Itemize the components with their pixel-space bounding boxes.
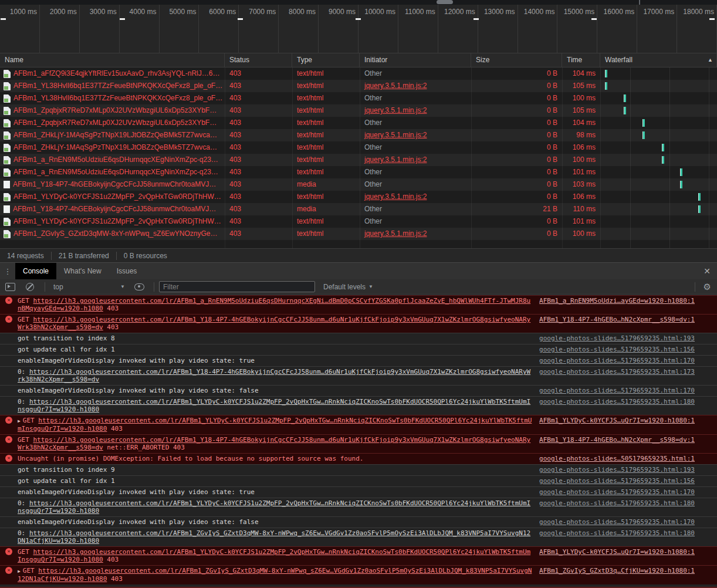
- network-request-row[interactable]: AFBm1_Y18-4P7-4hGEBokyijnCgcCFcJJ58unmwC…: [0, 203, 717, 215]
- column-separator[interactable]: [471, 67, 472, 248]
- message-url-link[interactable]: https://lh3.googleusercontent.com/lr/AFB…: [18, 436, 530, 451]
- initiator-link[interactable]: jquery.3.5.1.min.js:2: [364, 156, 427, 164]
- message-source-link[interactable]: AFBm1_YLYDyC-k0YCFJS…uQr7I=w1920-h1080:1: [532, 548, 717, 556]
- column-separator[interactable]: [225, 67, 225, 248]
- message-text: GET https://lh3.googleusercontent.com/lr…: [18, 297, 532, 312]
- overview-scrubber-handle[interactable]: [437, 0, 453, 4]
- request-initiator: jquery.3.5.1.min.js:2: [360, 104, 471, 117]
- message-status-suffix: 403: [103, 305, 119, 312]
- message-url-link[interactable]: https://lh3.googleusercontent.com/lr/AFB…: [18, 368, 530, 383]
- message-source-link[interactable]: AFBm1_YLYDyC-k0YCFJS…uQr7I=w1920-h1080:1: [532, 417, 717, 424]
- column-header-status[interactable]: Status: [225, 53, 292, 67]
- message-source-link[interactable]: AFBm1_a_RnEN9M5oUdzi…ayGEd=w1920-h1080:1: [532, 297, 717, 305]
- waterfall-bar: [624, 107, 626, 114]
- live-expression-eye-icon[interactable]: [134, 283, 144, 290]
- column-separator[interactable]: [600, 67, 601, 248]
- initiator-link[interactable]: jquery.3.5.1.min.js:2: [364, 229, 427, 238]
- network-request-row[interactable]: AFBm1_Y18-4P7-4hGEBokyijnCgcCFcJJ58unmwC…: [0, 178, 717, 191]
- request-type: text/html: [292, 191, 360, 203]
- column-header-size[interactable]: Size: [471, 53, 562, 67]
- column-separator[interactable]: [360, 67, 360, 248]
- column-separator[interactable]: [292, 67, 293, 248]
- initiator-link[interactable]: jquery.3.5.1.min.js:2: [364, 82, 427, 90]
- request-size: 0 B: [471, 166, 562, 178]
- message-url-link[interactable]: https://lh3.googleusercontent.com/lr/AFB…: [18, 499, 530, 515]
- execution-context-select[interactable]: top ▼: [49, 283, 128, 291]
- initiator-label: Other: [364, 205, 382, 213]
- timeline-ruler[interactable]: 1000 ms2000 ms3000 ms4000 ms5000 ms6000 …: [0, 5, 717, 53]
- message-gutter: ✕: [0, 548, 18, 555]
- network-request-row[interactable]: AFBm1_ZGvIyS_GZxtD3qMW-8xY-nWPwq_sZ6EwYN…: [0, 228, 717, 240]
- expand-triangle-icon[interactable]: ▶: [18, 417, 21, 425]
- message-source-link[interactable]: google-photos-slides…5179659235.html:180: [532, 499, 717, 507]
- initiator-link[interactable]: jquery.3.5.1.min.js:2: [364, 106, 427, 114]
- message-url-link[interactable]: https://lh3.googleusercontent.com/lr/AFB…: [18, 548, 530, 563]
- media-file-icon: [4, 205, 10, 213]
- request-status: 403: [225, 129, 292, 141]
- tab-console[interactable]: Console: [15, 263, 56, 279]
- column-header-time[interactable]: Time: [562, 53, 600, 67]
- waterfall-bar: [624, 94, 626, 102]
- message-url-link[interactable]: https://lh3.googleusercontent.com/lr/AFB…: [18, 316, 530, 331]
- column-header-waterfall[interactable]: Waterfall ▲: [600, 53, 717, 67]
- message-source-link[interactable]: google-photos-slides…5179659235.html:193: [532, 466, 717, 474]
- timeline-label: 7000 ms: [239, 5, 279, 53]
- message-source-link[interactable]: google-photos-slides…5179659235.html:170: [532, 518, 717, 526]
- console-filter-input[interactable]: [159, 281, 315, 292]
- message-url-link[interactable]: https://lh3.googleusercontent.com/lr/AFB…: [18, 567, 532, 583]
- clear-console-icon[interactable]: [26, 283, 34, 291]
- network-request-row[interactable]: AFBm1_ZpqbjxR7ReD7xMLp0XJ2UVzWbzgiUL6xDp…: [0, 104, 717, 117]
- network-request-row[interactable]: AFBm1_ZHkLjY-1MAqSgPzTNpX19LJtOBZzQeBMk5…: [0, 141, 717, 154]
- tab-whats-new[interactable]: What's New: [56, 263, 109, 279]
- network-request-row[interactable]: AFBm1_a_RnEN9M5oUdziuE6qsDHurnqqcXEgNinX…: [0, 154, 717, 166]
- message-source-link[interactable]: google-photos-slides…5179659235.html:170: [532, 488, 717, 496]
- network-request-row[interactable]: AFBm1_YL38HvlI6bq1E37TZzFeueBtNPKQKXcQeF…: [0, 80, 717, 92]
- request-status: 403: [225, 178, 292, 191]
- column-header-type[interactable]: Type: [292, 53, 360, 67]
- network-request-row[interactable]: AFBm1_aFfZQ9i3E4qjkYftRlEv15uxAavD_rhv3A…: [0, 67, 717, 80]
- message-source-link[interactable]: AFBm1_ZGvIyS_GZxtD3q…CfjKU=w1920-h1080:1: [532, 567, 717, 575]
- request-size: 0 B: [471, 104, 562, 117]
- message-source-link[interactable]: google-photos-slides…5179659235.html:180: [532, 398, 717, 405]
- network-request-row[interactable]: AFBm1_YLYDyC-k0YCFJS1u2ZMpFP_2vQpHxTGw0R…: [0, 215, 717, 228]
- column-header-initiator[interactable]: Initiator: [360, 53, 471, 67]
- column-separator[interactable]: [562, 67, 563, 248]
- message-source-link[interactable]: google-photos-slides…5179659235.html:156: [532, 346, 717, 353]
- console-log-message: enableImageOrVideoDisplay invoked with p…: [0, 355, 717, 366]
- network-request-row[interactable]: AFBm1_YL38HvlI6bq1E37TZzFeueBtNPKQKXcQeF…: [0, 92, 717, 104]
- message-source-link[interactable]: google-photos-slides…505179659235.html:1: [532, 455, 717, 462]
- network-request-row[interactable]: AFBm1_ZpqbjxR7ReD7xMLp0XJ2UVzWbzgiUL6xDp…: [0, 117, 717, 129]
- request-size: 0 B: [471, 191, 562, 203]
- tab-issues[interactable]: Issues: [109, 263, 145, 279]
- network-request-row[interactable]: AFBm1_a_RnEN9M5oUdziuE6qsDHurnqqcXEgNinX…: [0, 166, 717, 178]
- network-request-row[interactable]: AFBm1_ZHkLjY-1MAqSgPzTNpX19LJtOBZzQeBMk5…: [0, 129, 717, 141]
- console-sidebar-toggle-icon[interactable]: [5, 283, 15, 291]
- request-status: 403: [225, 92, 292, 104]
- close-icon[interactable]: ✕: [697, 263, 717, 279]
- message-url-link[interactable]: https://lh3.googleusercontent.com/lr/AFB…: [18, 398, 530, 413]
- message-source-link[interactable]: google-photos-slides…5179659235.html:156: [532, 477, 717, 485]
- drawer-menu-icon[interactable]: ⋮: [0, 263, 15, 279]
- request-status: 403: [225, 104, 292, 117]
- toolbar-divider: [154, 282, 154, 292]
- message-source-link[interactable]: google-photos-slides…5179659235.html:173: [532, 368, 717, 376]
- message-source-link[interactable]: google-photos-slides…5179659235.html:170: [532, 357, 717, 364]
- gear-icon[interactable]: ⚙: [704, 282, 711, 292]
- message-url-link[interactable]: https://lh3.googleusercontent.com/lr/AFB…: [18, 529, 530, 545]
- initiator-link[interactable]: jquery.3.5.1.min.js:2: [364, 131, 427, 139]
- message-url-link[interactable]: https://lh3.googleusercontent.com/lr/AFB…: [18, 297, 530, 312]
- expand-triangle-icon[interactable]: ▶: [18, 567, 21, 575]
- message-gutter: ✕: [0, 417, 18, 424]
- network-request-row[interactable]: AFBm1_YLYDyC-k0YCFJS1u2ZMpFP_2vQpHxTGw0R…: [0, 191, 717, 203]
- message-source-link[interactable]: AFBm1_Y18-4P7-4hGEBo…hN2cXpmr__s598=dv:1: [532, 316, 717, 323]
- message-url-link[interactable]: https://lh3.googleusercontent.com/lr/AFB…: [18, 417, 532, 432]
- message-source-link[interactable]: google-photos-slides…5179659235.html:170: [532, 387, 717, 394]
- console-log-message: got update call for idx 1google-photos-s…: [0, 344, 717, 355]
- log-levels-select[interactable]: Default levels ▼: [323, 283, 373, 291]
- column-header-name[interactable]: Name: [0, 53, 225, 67]
- message-source-link[interactable]: AFBm1_Y18-4P7-4hGEBo…hN2cXpmr__s598=dv:1: [532, 436, 717, 444]
- request-name-cell: AFBm1_ZpqbjxR7ReD7xMLp0XJ2UVzWbzgiUL6xDp…: [0, 104, 225, 117]
- initiator-link[interactable]: jquery.3.5.1.min.js:2: [364, 192, 427, 201]
- message-source-link[interactable]: google-photos-slides…5179659235.html:180: [532, 529, 717, 537]
- message-source-link[interactable]: google-photos-slides…5179659235.html:193: [532, 334, 717, 342]
